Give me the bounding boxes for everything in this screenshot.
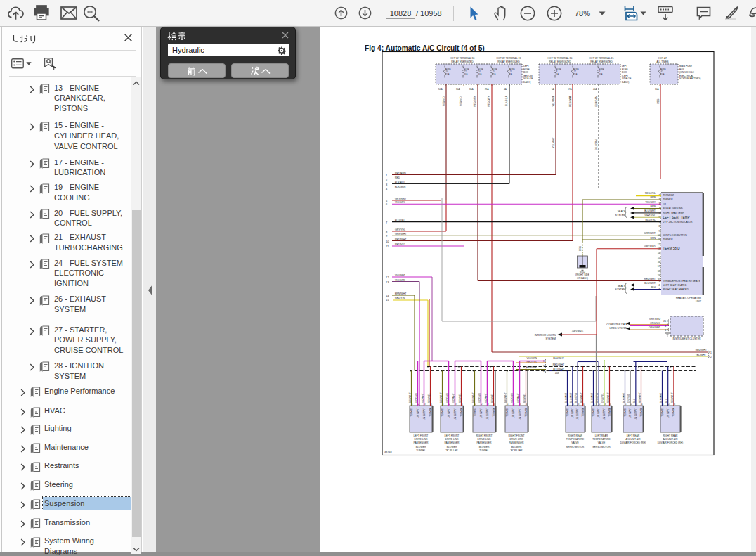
svg-text:BLK/WHT: BLK/WHT bbox=[623, 393, 625, 403]
svg-text:BRN/WHT: BRN/WHT bbox=[472, 392, 475, 403]
svg-text:TERM 30: TERM 30 bbox=[640, 408, 643, 417]
svg-text:14: 14 bbox=[386, 294, 389, 297]
svg-text:BLOWER: BLOWER bbox=[416, 446, 426, 448]
svg-text:TERM 31: TERM 31 bbox=[661, 408, 664, 417]
svg-text:LIN OUTPUT: LIN OUTPUT bbox=[576, 408, 579, 420]
svg-text:VIO/GRN: VIO/GRN bbox=[511, 393, 514, 403]
svg-text:40A: 40A bbox=[593, 88, 597, 91]
svg-text:G702: G702 bbox=[580, 271, 585, 273]
svg-text:SYSTEM BATTERY): SYSTEM BATTERY) bbox=[679, 77, 700, 80]
svg-text:RED/YEL: RED/YEL bbox=[523, 393, 526, 403]
svg-text:2: 2 bbox=[386, 178, 388, 181]
svg-text:YEL/WHT: YEL/WHT bbox=[552, 96, 555, 106]
svg-text:BRN: BRN bbox=[651, 237, 656, 240]
svg-text:6: 6 bbox=[386, 202, 388, 206]
svg-text:BLU: BLU bbox=[651, 286, 656, 289]
svg-text:SIDE OF: SIDE OF bbox=[622, 77, 631, 80]
svg-text:U4: U4 bbox=[663, 203, 666, 206]
svg-text:LIN OUTPUT: LIN OUTPUT bbox=[603, 408, 606, 420]
svg-text:GRN/WHT: GRN/WHT bbox=[395, 233, 408, 235]
svg-text:14: 14 bbox=[658, 252, 660, 254]
svg-text:SEATS: SEATS bbox=[618, 285, 626, 287]
svg-text:RED/YEL: RED/YEL bbox=[428, 393, 431, 403]
svg-text:TUNNEL: TUNNEL bbox=[416, 449, 426, 452]
svg-text:17: 17 bbox=[658, 265, 660, 268]
svg-text:7: 7 bbox=[659, 221, 660, 224]
svg-text:VIO/GRN: VIO/GRN bbox=[478, 393, 481, 403]
svg-text:VIO/WHT: VIO/WHT bbox=[395, 274, 406, 277]
svg-text:RIGHT FRONT: RIGHT FRONT bbox=[508, 434, 524, 437]
svg-text:30A: 30A bbox=[456, 88, 460, 91]
svg-text:BLU/WHT: BLU/WHT bbox=[644, 282, 656, 285]
svg-text:(RIGHT SIDE: (RIGHT SIDE bbox=[575, 273, 590, 276]
svg-text:TERM 30: TERM 30 bbox=[608, 408, 611, 417]
svg-text:TERM 31: TERM 31 bbox=[506, 408, 509, 417]
svg-text:VIO/GRY: VIO/GRY bbox=[645, 201, 656, 204]
svg-text:VALVE: VALVE bbox=[571, 441, 579, 444]
svg-text:DRIVE LINK: DRIVE LINK bbox=[510, 438, 524, 441]
svg-text:SERVO MOTOR: SERVO MOTOR bbox=[566, 446, 585, 448]
svg-text:TERM 58 D: TERM 58 D bbox=[663, 247, 681, 250]
svg-text:LIN INPUT: LIN INPUT bbox=[667, 408, 670, 418]
svg-text:HOT W/ TERMINAL 15: HOT W/ TERMINAL 15 bbox=[589, 57, 614, 60]
svg-text:OF DASH): OF DASH) bbox=[577, 277, 588, 280]
svg-text:DASH]: DASH] bbox=[523, 81, 530, 84]
svg-text:BLK/WHT: BLK/WHT bbox=[565, 393, 568, 403]
svg-text:RED/BRN: RED/BRN bbox=[395, 172, 406, 175]
svg-text:ORG/WHT: ORG/WHT bbox=[649, 326, 661, 329]
svg-text:YEL/WHT: YEL/WHT bbox=[552, 137, 555, 148]
svg-text:SYSTEM: SYSTEM bbox=[615, 214, 625, 216]
svg-text:25A: 25A bbox=[493, 73, 496, 76]
svg-text:BOX: BOX bbox=[622, 71, 627, 74]
svg-text:SEATS: SEATS bbox=[618, 210, 626, 213]
svg-text:BLU/YEL: BLU/YEL bbox=[395, 219, 405, 222]
svg-text:38768: 38768 bbox=[384, 451, 392, 453]
svg-text:40A: 40A bbox=[599, 73, 603, 76]
svg-text:LEFT SEAT HEATED: LEFT SEAT HEATED bbox=[663, 284, 687, 287]
svg-text:TERM 30: TERM 30 bbox=[460, 408, 463, 417]
svg-text:GRN/WHT: GRN/WHT bbox=[644, 232, 656, 235]
svg-text:[BELOW: [BELOW bbox=[523, 75, 533, 77]
svg-text:FUSE: FUSE bbox=[599, 68, 604, 71]
svg-text:LIN INPUT: LIN INPUT bbox=[571, 408, 574, 418]
svg-text:TERM 31: TERM 31 bbox=[663, 238, 673, 241]
svg-text:4: 4 bbox=[665, 325, 666, 328]
svg-text:25A: 25A bbox=[485, 88, 489, 91]
svg-text:A/C UNIT AIR: A/C UNIT AIR bbox=[626, 438, 641, 441]
svg-text:LEFT: LEFT bbox=[622, 65, 627, 67]
svg-text:HOT W/ TERMINAL 30: HOT W/ TERMINAL 30 bbox=[450, 57, 475, 60]
svg-text:PASSENGER: PASSENGER bbox=[477, 441, 492, 444]
svg-text:Z08: Z08 bbox=[555, 372, 559, 375]
svg-text:LEFT: LEFT bbox=[523, 65, 529, 67]
svg-text:FUSE: FUSE bbox=[510, 68, 515, 71]
svg-text:10A: 10A bbox=[446, 73, 450, 76]
svg-text:VALVE: VALVE bbox=[598, 441, 606, 444]
svg-text:TERM 31: TERM 31 bbox=[474, 408, 476, 417]
svg-text:VIO/WHT: VIO/WHT bbox=[422, 393, 424, 403]
svg-text:15A: 15A bbox=[574, 73, 578, 76]
svg-text:RED/WHT: RED/WHT bbox=[639, 392, 641, 403]
svg-text:RED/WHT: RED/WHT bbox=[696, 349, 708, 351]
svg-text:RIGHT REAR: RIGHT REAR bbox=[568, 434, 582, 437]
svg-text:RED/VIO: RED/VIO bbox=[460, 96, 462, 106]
svg-text:GRY/RED: GRY/RED bbox=[644, 245, 656, 248]
svg-text:TERM 30: TERM 30 bbox=[672, 408, 675, 417]
svg-text:BRN: BRN bbox=[579, 246, 582, 251]
svg-text:SIGNAL GROUND: SIGNAL GROUND bbox=[663, 207, 684, 210]
svg-text:BLU/YEL: BLU/YEL bbox=[646, 219, 656, 221]
svg-text:BLU: BLU bbox=[633, 398, 636, 403]
svg-text:10: 10 bbox=[658, 234, 660, 237]
svg-text:TERM/DEFROST HEATED SEATS: TERM/DEFROST HEATED SEATS bbox=[663, 280, 701, 283]
svg-text:RED/GRY: RED/GRY bbox=[488, 96, 490, 107]
svg-text:RED/VIO: RED/VIO bbox=[443, 96, 445, 106]
svg-text:FUSE: FUSE bbox=[523, 68, 530, 71]
svg-text:PASSENGER: PASSENGER bbox=[509, 441, 524, 444]
svg-text:HEAT/A/C OPERATING: HEAT/A/C OPERATING bbox=[676, 297, 701, 299]
svg-text:2V F JNCTION INDICATOR: 2V F JNCTION INDICATOR bbox=[663, 221, 693, 224]
svg-text:“B” PILLAR: “B” PILLAR bbox=[445, 449, 458, 452]
svg-text:BLK/WHT: BLK/WHT bbox=[660, 393, 663, 403]
svg-text:RELAY ENERGIZED: RELAY ENERGIZED bbox=[590, 60, 613, 63]
svg-text:BLOWER: BLOWER bbox=[511, 446, 522, 448]
svg-text:PASSENGER: PASSENGER bbox=[414, 441, 429, 444]
svg-text:LIN OUTPUT: LIN OUTPUT bbox=[486, 408, 489, 420]
